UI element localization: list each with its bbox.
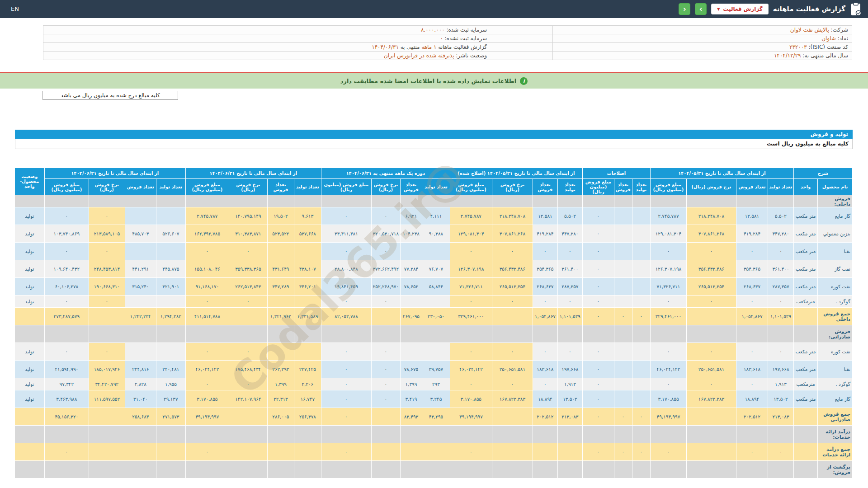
info-label: منتهی به	[401, 44, 420, 50]
value-cell: ۱۶,۷۴۷	[294, 390, 321, 408]
value-cell: ۴۴۷,۲۸۰	[768, 225, 793, 243]
report-type-dropdown[interactable]: گزارش فعالیت ▼	[711, 4, 769, 14]
unit-cell: متر مکعب	[793, 225, 817, 243]
header-unit: واحد	[793, 179, 817, 195]
value-cell: ۰	[686, 243, 736, 260]
value-cell: ۲۸۷,۳۵۷	[557, 278, 582, 296]
value-cell: ۰	[686, 343, 736, 361]
value-cell: ۴۳,۲۹۵	[422, 408, 450, 426]
value-cell: ۲۵۰,۶۵۱,۵۸۱	[492, 361, 533, 378]
header-qty-sold: تعداد فروش	[125, 179, 156, 195]
value-cell: ۲۵۰,۶۵۱,۵۸۱	[686, 361, 736, 378]
top-bar: گزارش فعالیت ماهانه گزارش فعالیت ▼ › ‹ E…	[0, 0, 868, 18]
value-cell: ۰	[44, 207, 89, 225]
value-cell: ۰	[89, 343, 125, 361]
value-cell	[614, 225, 632, 243]
value-cell: ۴۱,۵۹۴,۹۹۰	[44, 361, 89, 378]
section-subtitle-bar: کلیه مبالغ به میلیون ریال است	[15, 139, 853, 149]
value-cell	[267, 343, 294, 361]
value-cell	[632, 225, 650, 243]
empty-cell	[492, 325, 533, 343]
value-cell	[125, 296, 156, 308]
value-cell: ۴۴۷,۲۸۰	[557, 225, 582, 243]
info-cell: سال مالی منتهی به: ۱۴۰۴/۱۲/۲۹	[553, 52, 852, 60]
value-cell: ۲۵۲,۲۶۸,۹۷۰	[371, 278, 400, 296]
info-label: سرمایه ثبت شده:	[446, 27, 487, 33]
value-cell: ۱۵۵,۱۰۸,۰۴۶	[185, 260, 229, 278]
product-row: نفتامتر مکعب۰۰۰۰۰۰۰۰۰۰۰۰۰۰۰تولید	[14, 243, 852, 260]
empty-cell	[557, 461, 582, 479]
value-cell: ۹۱,۱۶۸,۱۷۰	[185, 278, 229, 296]
value-cell: ۴۳۱,۶۴۹	[267, 260, 294, 278]
info-label: شرکت:	[831, 27, 848, 33]
value-cell: ۱۸۳,۶۱۸	[736, 361, 768, 378]
value-cell: ۰	[321, 443, 371, 461]
company-info-table: شرکت: پالایش نفت لاوانسرمایه ثبت شده: ۸,…	[43, 25, 852, 60]
header-sale-amount: مبلغ فروش (میلیون ریال)	[321, 179, 371, 195]
empty-cell	[422, 325, 450, 343]
value-cell: ۲,۷۴۵,۷۸۷	[450, 207, 492, 225]
value-cell: ۰	[736, 343, 768, 361]
value-cell: ۲۸۶,۰۰۵	[267, 408, 294, 426]
value-cell: ۲۴۰,۴۸۱	[156, 361, 185, 378]
value-cell: ۳۵۴,۳۶۵	[533, 260, 557, 278]
total-row: جمع فروش صادراتی۲۱۳,۰۸۳۲۰۲,۵۱۲۴۹,۱۹۴,۹۹۷…	[14, 408, 852, 426]
value-cell: ۳۹,۷۵۷	[422, 361, 450, 378]
value-cell	[614, 278, 632, 296]
empty-cell	[736, 426, 768, 443]
empty-cell	[736, 325, 768, 343]
value-cell	[267, 296, 294, 308]
empty-cell	[185, 195, 229, 207]
empty-cell	[450, 461, 492, 479]
value-cell: ۱,۳۹۹	[267, 378, 294, 390]
value-cell: ۰	[736, 243, 768, 260]
value-cell: ۰	[533, 343, 557, 361]
value-cell: ۱۳,۵۰۲	[557, 390, 582, 408]
value-cell: ۱۸۵,۰۱۷,۹۲۶	[89, 361, 125, 378]
header-sale-rate: نرخ فروش (ریال)	[492, 179, 533, 195]
product-name-cell: نفت گاز	[818, 260, 853, 278]
amounts-unit-note: کلیه مبالغ درج شده به میلیون ریال می باش…	[42, 91, 178, 100]
value-cell: ۰	[582, 308, 614, 325]
value-cell: ۰	[582, 378, 614, 390]
value-cell	[632, 343, 650, 361]
value-cell: ۰	[686, 296, 736, 308]
value-cell: ۲۶۷,۰۹۵	[400, 308, 422, 325]
value-cell: ۰	[371, 243, 400, 260]
value-cell	[156, 343, 185, 361]
info-cell: شرکت: پالایش نفت لاوان	[553, 26, 852, 34]
value-cell: ۲۲,۳۱۳	[267, 390, 294, 408]
value-cell: ۰	[614, 308, 632, 325]
value-cell: ۱,۹۱۳	[768, 378, 793, 390]
product-row: گوگرد .مترمکعب۱,۹۱۳۰۰۰۰۱,۹۱۳۰۰۰۲۹۳۱,۳۹۹۰…	[14, 378, 852, 390]
empty-cell	[229, 426, 267, 443]
value-cell: ۴۳۸,۱۰۷	[294, 260, 321, 278]
language-toggle-en[interactable]: EN	[11, 5, 19, 12]
info-value: ۱۴۰۴/۱۲/۲۹	[774, 52, 801, 59]
unit-cell: متر مکعب	[793, 278, 817, 296]
page: گزارش فعالیت ماهانه گزارش فعالیت ▼ › ‹ E…	[0, 0, 868, 488]
section-row: برگشت از فروش:	[14, 461, 852, 479]
empty-cell	[450, 195, 492, 207]
status-cell: تولید	[14, 278, 44, 296]
value-cell: ۷۶,۷۰۷	[422, 260, 450, 278]
value-cell: ۰	[89, 207, 125, 225]
value-cell	[294, 296, 321, 308]
empty-cell	[44, 426, 89, 443]
value-cell: ۱,۰۵۴,۸۶۷	[736, 308, 768, 325]
empty-cell	[125, 195, 156, 207]
previous-report-button[interactable]: ‹	[679, 3, 690, 15]
empty-cell	[450, 426, 492, 443]
value-cell	[125, 207, 156, 225]
value-cell: ۳۰۷,۸۶۱,۲۶۸	[686, 225, 736, 243]
value-cell: ۲۰۲,۵۱۲	[533, 408, 557, 426]
next-report-button[interactable]: ›	[695, 3, 707, 15]
value-cell: ۱۶۲,۴۹۲,۷۸۵	[185, 225, 229, 243]
unit-cell: متر مکعب	[793, 390, 817, 408]
value-cell	[156, 243, 185, 260]
value-cell	[371, 408, 400, 426]
value-cell: ۱,۲۹۴,۳۸۳	[156, 308, 185, 325]
value-cell: ۱۰۳,۷۴۰,۸۶۹	[44, 225, 89, 243]
value-cell: ۲۱۳,۵۸۹,۱۰۵	[89, 225, 125, 243]
value-cell	[229, 443, 267, 461]
